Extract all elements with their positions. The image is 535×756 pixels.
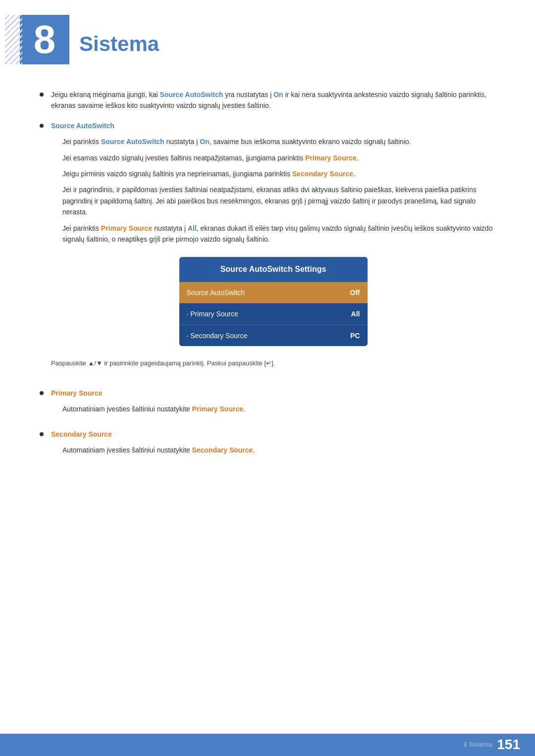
bullet-dot-4 bbox=[40, 432, 44, 436]
footer: 8 Sistema 151 bbox=[0, 734, 535, 756]
page-container: 8 Sistema Jeigu ekraną mėginama įjungti,… bbox=[0, 0, 535, 756]
bullet4-heading: Secondary Source bbox=[51, 430, 112, 438]
bullet-content-2: Source AutoSwitch Jei parinktis Source A… bbox=[51, 120, 495, 379]
bullet2-para1: Jei parinktis Source AutoSwitch nustatyt… bbox=[62, 136, 495, 147]
header-section: 8 Sistema bbox=[0, 0, 535, 74]
bullet1-text-before: Jeigu ekraną mėginama įjungti, kai bbox=[51, 91, 160, 99]
bullet4-para: Automatiniam įvesties šaltiniui nustatyk… bbox=[62, 445, 495, 455]
bullet-item-4: Secondary Source Automatiniam įvesties š… bbox=[40, 429, 495, 461]
bullet2-heading: Source AutoSwitch bbox=[51, 122, 114, 130]
settings-row3-value: PC bbox=[350, 330, 360, 341]
settings-box-title: Source AutoSwitch Settings bbox=[179, 257, 368, 282]
bullet2-para2: Jei esamas vaizdo signalų įvesties šalti… bbox=[62, 152, 495, 163]
bullet-item-1: Jeigu ekraną mėginama įjungti, kai Sourc… bbox=[40, 89, 495, 111]
bullet-content-3: Primary Source Automatiniam įvesties šal… bbox=[51, 388, 495, 420]
bullet-item-2: Source AutoSwitch Jei parinktis Source A… bbox=[40, 120, 495, 379]
bullet1-text-middle: yra nustatytas į bbox=[223, 91, 273, 99]
content-area: Jeigu ekraną mėginama įjungti, kai Sourc… bbox=[0, 74, 535, 484]
bullet4-indent: Automatiniam įvesties šaltiniui nustatyk… bbox=[51, 445, 495, 455]
settings-row1-value: Off bbox=[350, 287, 360, 298]
settings-box-container: Source AutoSwitch Settings Source AutoSw… bbox=[51, 257, 495, 346]
settings-row-3: · Secondary Source PC bbox=[179, 325, 368, 346]
bullet2-para4: Jei ir pagrindinis, ir papildomas įvesti… bbox=[62, 184, 495, 217]
settings-row2-value: All bbox=[351, 308, 360, 319]
chapter-number: 8 bbox=[20, 15, 69, 64]
footer-page: 151 bbox=[497, 734, 520, 756]
nav-hint: Paspauskite ▲/▼ ir pasirinkite pageidauj… bbox=[51, 358, 495, 369]
bullet3-heading: Primary Source bbox=[51, 389, 103, 397]
bullet3-indent: Automatiniam įvesties šaltiniui nustatyk… bbox=[51, 403, 495, 414]
bullet2-para3: Jeigu pirminis vaizdo signalų šaltinis y… bbox=[62, 168, 495, 179]
bullet-item-3: Primary Source Automatiniam įvesties šal… bbox=[40, 388, 495, 420]
footer-chapter: 8 Sistema bbox=[463, 740, 492, 750]
bullet-content-4: Secondary Source Automatiniam įvesties š… bbox=[51, 429, 495, 461]
bullet1-bold2: On bbox=[273, 91, 283, 99]
bullet3-para: Automatiniam įvesties šaltiniui nustatyk… bbox=[62, 403, 495, 414]
bullet1-bold1: Source AutoSwitch bbox=[160, 91, 223, 99]
bullet-dot-3 bbox=[40, 391, 44, 395]
bullet2-indent: Jei parinktis Source AutoSwitch nustatyt… bbox=[51, 136, 495, 245]
bullet-content-1: Jeigu ekraną mėginama įjungti, kai Sourc… bbox=[51, 89, 495, 111]
bullet2-para5: Jei parinktis Primary Source nustatyta į… bbox=[62, 223, 495, 245]
chapter-title: Sistema bbox=[79, 15, 159, 60]
settings-row1-label: Source AutoSwitch bbox=[187, 287, 245, 298]
settings-row2-label: · Primary Source bbox=[187, 308, 238, 319]
settings-row-1: Source AutoSwitch Off bbox=[179, 282, 368, 303]
bullet-dot-1 bbox=[40, 93, 44, 97]
settings-row3-label: · Secondary Source bbox=[187, 330, 248, 341]
settings-box: Source AutoSwitch Settings Source AutoSw… bbox=[179, 257, 368, 346]
settings-row-2: · Primary Source All bbox=[179, 303, 368, 324]
bullet-dot-2 bbox=[40, 124, 44, 128]
